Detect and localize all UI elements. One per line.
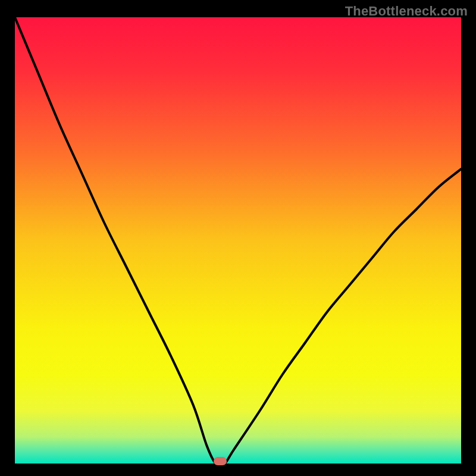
- optimal-point-marker: [214, 457, 227, 465]
- plot-area: [15, 17, 461, 464]
- watermark-text: TheBottleneck.com: [345, 4, 468, 19]
- chart-frame: TheBottleneck.com: [0, 0, 476, 476]
- gradient-background: [15, 17, 461, 464]
- bottleneck-curve-chart: [15, 17, 461, 464]
